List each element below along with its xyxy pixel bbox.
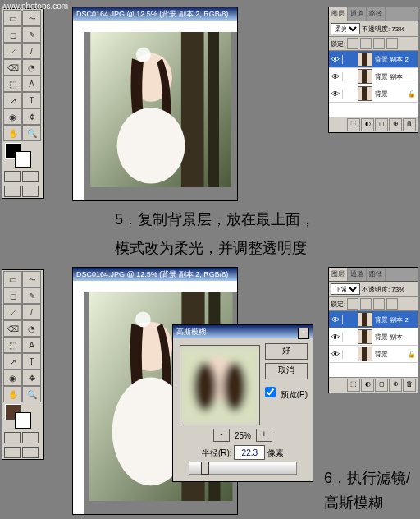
lock-transparent-icon[interactable] <box>347 38 358 49</box>
layer-row[interactable]: 👁 背景 🔒 <box>329 85 418 103</box>
new-layer-icon[interactable]: ⊕ <box>389 118 402 131</box>
tool-eraser[interactable]: ↗ <box>3 353 22 370</box>
tool-type[interactable]: T <box>22 353 41 370</box>
screen-switches[interactable] <box>3 186 39 197</box>
tab-paths[interactable]: 路径 <box>367 7 386 21</box>
tool-lasso[interactable]: ◻ <box>3 26 22 43</box>
svg-rect-21 <box>362 330 367 343</box>
tool-type[interactable]: T <box>22 92 41 108</box>
tool-marquee[interactable]: ▭ <box>3 10 22 26</box>
doc2-titlebar[interactable]: DSC0164.JPG @ 12.5% (背景 副本 2, RGB/8) <box>73 268 237 281</box>
slider-thumb[interactable] <box>201 462 209 475</box>
blur-preview[interactable] <box>180 345 260 425</box>
layer-row[interactable]: 👁 背景 副本 2 <box>329 311 418 328</box>
tool-wand[interactable]: ✎ <box>22 287 41 304</box>
tool-hand[interactable]: ✋ <box>3 125 22 141</box>
mode-switches[interactable] <box>3 432 39 443</box>
layer-row[interactable]: 👁 背景 🔒 <box>329 346 418 363</box>
tab-paths[interactable]: 路径 <box>367 268 386 281</box>
screen-switches[interactable] <box>3 447 39 458</box>
doc1-titlebar[interactable]: DSC0164.JPG @ 12.5% (背景 副本 2, RGB/8) <box>73 7 237 21</box>
tool-history[interactable]: A <box>22 337 41 353</box>
layer-thumb <box>358 347 372 361</box>
tool-wand[interactable]: ✎ <box>22 26 41 43</box>
background-swatch[interactable] <box>15 412 31 429</box>
close-icon[interactable]: × <box>298 328 309 339</box>
zoom-out-button[interactable]: - <box>213 429 230 442</box>
radius-slider[interactable] <box>189 462 297 475</box>
tool-shape[interactable]: ✥ <box>22 108 41 125</box>
tab-layers[interactable]: 图层 <box>329 7 348 21</box>
blend-mode-select[interactable]: 正常 <box>331 283 360 295</box>
lock-position-icon[interactable] <box>373 38 385 49</box>
tab-channels[interactable]: 通道 <box>348 268 367 281</box>
preview-checkbox[interactable]: 预览(P) <box>262 384 308 401</box>
tool-shape[interactable]: ✥ <box>22 370 41 386</box>
doc1-canvas[interactable] <box>84 32 237 200</box>
visibility-icon[interactable]: 👁 <box>329 333 343 342</box>
tool-move[interactable]: ⤳ <box>22 271 41 287</box>
caption-6b: 高斯模糊 <box>324 493 383 512</box>
dialog-titlebar[interactable]: 高斯模糊 × <box>173 325 313 338</box>
tool-slice[interactable]: / <box>22 43 41 59</box>
new-layer-icon[interactable]: ⊕ <box>389 379 402 392</box>
tool-brush[interactable]: ◔ <box>22 59 41 76</box>
fx-icon[interactable]: ⬚ <box>347 379 360 392</box>
opacity-value[interactable]: 73% <box>391 25 404 33</box>
tool-slice[interactable]: / <box>22 304 41 320</box>
lock-transparent-icon[interactable] <box>347 298 358 310</box>
tool-crop[interactable]: ⟋ <box>3 43 22 59</box>
tool-history[interactable]: A <box>22 76 41 92</box>
tool-zoom[interactable]: 🔍 <box>22 386 41 402</box>
ok-button[interactable]: 好 <box>265 343 308 360</box>
folder-icon[interactable]: ◻ <box>375 379 388 392</box>
tool-stamp[interactable]: ⬚ <box>3 76 22 92</box>
tool-move[interactable]: ⤳ <box>22 10 41 26</box>
tool-heal[interactable]: ⌫ <box>3 320 22 337</box>
tool-stamp[interactable]: ⬚ <box>3 337 22 353</box>
visibility-icon[interactable]: 👁 <box>329 72 343 81</box>
visibility-icon[interactable]: 👁 <box>329 315 343 324</box>
tool-heal[interactable]: ⌫ <box>3 59 22 76</box>
visibility-icon[interactable]: 👁 <box>329 55 343 64</box>
tool-pen[interactable]: ◉ <box>3 108 22 125</box>
mask-icon[interactable]: ◐ <box>361 118 374 131</box>
doc1-ruler-h <box>73 21 237 32</box>
trash-icon[interactable]: 🗑 <box>403 379 416 392</box>
visibility-icon[interactable]: 👁 <box>329 90 343 99</box>
tab-channels[interactable]: 通道 <box>348 7 367 21</box>
tool-zoom[interactable]: 🔍 <box>22 125 41 141</box>
tool-eraser[interactable]: ↗ <box>3 92 22 108</box>
radius-input[interactable] <box>234 445 265 460</box>
photo-1 <box>84 32 237 187</box>
svg-rect-11 <box>362 87 367 100</box>
fx-icon[interactable]: ⬚ <box>347 118 360 131</box>
folder-icon[interactable]: ◻ <box>375 118 388 131</box>
lock-position-icon[interactable] <box>373 298 385 310</box>
tool-lasso[interactable]: ◻ <box>3 287 22 304</box>
tab-layers[interactable]: 图层 <box>329 268 348 281</box>
mask-icon[interactable]: ◐ <box>361 379 374 392</box>
blend-mode-select[interactable]: 柔光 <box>331 23 360 34</box>
layer-row[interactable]: 👁 背景 副本 <box>329 68 418 85</box>
cancel-button[interactable]: 取消 <box>265 363 308 379</box>
mode-switches[interactable] <box>3 171 39 182</box>
lock-all-icon[interactable] <box>386 298 398 310</box>
tool-hand[interactable]: ✋ <box>3 386 22 402</box>
tool-pen[interactable]: ◉ <box>3 370 22 386</box>
lock-pixels-icon[interactable] <box>360 298 372 310</box>
lock-pixels-icon[interactable] <box>360 38 372 49</box>
layer-row[interactable]: 👁 背景 副本 <box>329 328 418 346</box>
background-swatch[interactable] <box>15 151 31 168</box>
tool-marquee[interactable]: ▭ <box>3 271 22 287</box>
panel1-footer: ⬚ ◐ ◻ ⊕ 🗑 <box>329 117 418 132</box>
zoom-in-button[interactable]: + <box>256 429 272 442</box>
tool-brush[interactable]: ◔ <box>22 320 41 337</box>
layer-row[interactable]: 👁 背景 副本 2 <box>329 51 418 68</box>
trash-icon[interactable]: 🗑 <box>403 118 416 131</box>
lock-all-icon[interactable] <box>386 38 398 49</box>
tool-crop[interactable]: ⟋ <box>3 304 22 320</box>
visibility-icon[interactable]: 👁 <box>329 350 343 359</box>
opacity-value[interactable]: 73% <box>391 286 404 293</box>
lock-icon: 🔒 <box>408 90 418 98</box>
